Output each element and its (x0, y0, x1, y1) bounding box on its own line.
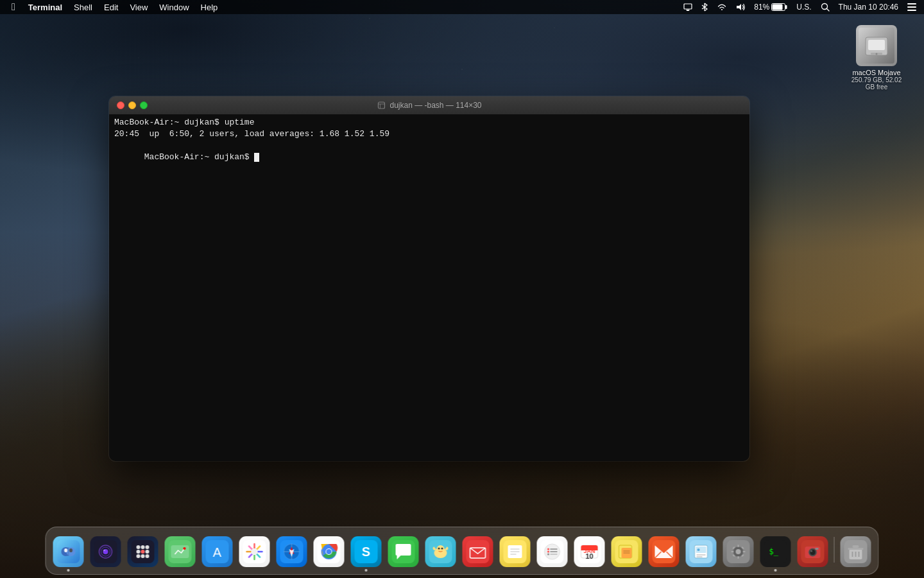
dock-item-trash[interactable] (839, 534, 873, 569)
close-button[interactable] (117, 101, 124, 109)
terminal-line-1: MacBook-Air:~ dujkan$ uptime (114, 117, 744, 128)
volume-icon[interactable] (733, 3, 748, 12)
notes-icon (500, 536, 531, 567)
trash-icon (841, 536, 871, 567)
appstore-icon: A (202, 536, 233, 567)
photos-icon (239, 536, 270, 567)
svg-rect-8 (907, 3, 916, 4)
dock-item-maps[interactable] (163, 534, 198, 569)
svg-rect-15 (378, 102, 384, 109)
notification-icon[interactable] (905, 3, 919, 12)
airplay-icon[interactable] (681, 3, 695, 12)
dock-item-photobooth[interactable] (796, 534, 830, 569)
skype-active-dot (365, 569, 368, 572)
spark-icon (463, 536, 493, 567)
menubar-left:  Terminal Shell Edit View Window Help (5, 1, 223, 13)
svg-point-79 (547, 554, 549, 556)
menubar-help[interactable]: Help (196, 1, 223, 13)
menubar-right: 81% U.S. Thu Jan 10 20:46 (681, 2, 919, 12)
terminal-titlebar: dujkan — -bash — 114×30 (109, 96, 749, 114)
dock-item-terminal[interactable]: $_ (758, 534, 793, 569)
svg-point-28 (103, 550, 105, 551)
dock-item-chrome[interactable] (312, 534, 346, 569)
maximize-button[interactable] (140, 101, 148, 109)
search-icon[interactable] (818, 2, 832, 12)
menubar-terminal[interactable]: Terminal (23, 1, 67, 13)
dock-item-tweetbot[interactable] (424, 534, 458, 569)
safari-icon (277, 536, 307, 567)
svg-point-37 (141, 554, 145, 558)
svg-point-105 (736, 549, 741, 554)
dock-item-appstore[interactable]: A (200, 534, 235, 569)
photobooth-icon (798, 536, 828, 567)
terminal-line-2: 20:45 up 6:50, 2 users, load averages: 1… (114, 128, 744, 140)
svg-rect-4 (785, 5, 787, 9)
menubar-edit[interactable]: Edit (99, 1, 123, 13)
preview-icon (686, 536, 717, 567)
menubar-window[interactable]: Window (154, 1, 194, 13)
dock-item-spark[interactable] (461, 534, 495, 569)
svg-point-65 (441, 548, 443, 550)
svg-rect-125 (853, 545, 859, 548)
terminal-active-dot (774, 569, 777, 572)
system-prefs-icon (723, 536, 754, 567)
svg-rect-12 (868, 40, 885, 50)
macos-mojave-disk-icon[interactable]: macOS Mojave 250.79 GB, 52.02 GB free (848, 22, 905, 93)
svg-point-32 (146, 545, 150, 549)
svg-rect-121 (816, 548, 819, 550)
language-indicator[interactable]: U.S. (794, 2, 814, 12)
disk-icon-label: macOS Mojave 250.79 GB, 52.02 GB free (851, 69, 902, 91)
dock-item-stickies[interactable] (610, 534, 644, 569)
svg-rect-124 (848, 548, 864, 550)
dock-item-calendar[interactable]: JAN 10 (572, 534, 607, 569)
svg-point-38 (146, 554, 150, 558)
svg-point-33 (137, 550, 141, 554)
dock-item-preview[interactable] (684, 534, 719, 569)
terminal-window[interactable]: dujkan — -bash — 114×30 MacBook-Air:~ du… (109, 96, 749, 461)
svg-point-31 (141, 545, 145, 549)
svg-rect-0 (684, 4, 692, 9)
terminal-body[interactable]: MacBook-Air:~ dujkan$ uptime 20:45 up 6:… (109, 114, 749, 461)
svg-rect-5 (773, 4, 783, 10)
dock-item-photos[interactable] (237, 534, 272, 569)
tweetbot-icon (425, 536, 456, 567)
dock-item-siri[interactable] (89, 534, 123, 569)
svg-text:S: S (362, 545, 370, 559)
dock-separator (834, 537, 835, 563)
reminders-icon (537, 536, 568, 567)
terminal-cursor (254, 153, 259, 162)
window-controls (117, 101, 148, 109)
svg-point-34 (141, 550, 145, 554)
svg-marker-2 (737, 4, 741, 10)
calendar-icon: JAN 10 (574, 536, 605, 567)
dock-item-notes[interactable] (498, 534, 533, 569)
apple-menu[interactable]:  (5, 1, 22, 13)
finder-active-dot (67, 569, 70, 572)
messages-icon (388, 536, 419, 567)
minimize-button[interactable] (128, 101, 136, 109)
svg-point-35 (146, 550, 150, 554)
dock-item-airmail[interactable] (647, 534, 681, 569)
svg-rect-107 (738, 556, 739, 559)
svg-rect-10 (907, 10, 916, 11)
finder-icon (53, 536, 84, 567)
dock-item-messages[interactable] (386, 534, 421, 569)
battery-percent: 81% (754, 3, 769, 12)
svg-line-7 (826, 9, 829, 12)
dock-item-safari[interactable] (275, 534, 309, 569)
dock-item-system-prefs[interactable] (721, 534, 756, 569)
battery-status[interactable]: 81% (751, 2, 790, 12)
wifi-icon[interactable] (714, 3, 730, 12)
dock-item-finder[interactable] (51, 534, 86, 569)
svg-point-36 (137, 554, 141, 558)
menubar-view[interactable]: View (124, 1, 153, 13)
svg-point-41 (184, 547, 186, 550)
bluetooth-icon[interactable] (699, 2, 710, 12)
dock-item-reminders[interactable] (535, 534, 570, 569)
dock-item-launchpad[interactable] (126, 534, 160, 569)
svg-rect-106 (738, 545, 739, 547)
menubar-shell[interactable]: Shell (69, 1, 98, 13)
dock-item-skype[interactable]: S (349, 534, 384, 569)
datetime-display[interactable]: Thu Jan 10 20:46 (836, 2, 901, 12)
svg-rect-108 (732, 551, 734, 552)
